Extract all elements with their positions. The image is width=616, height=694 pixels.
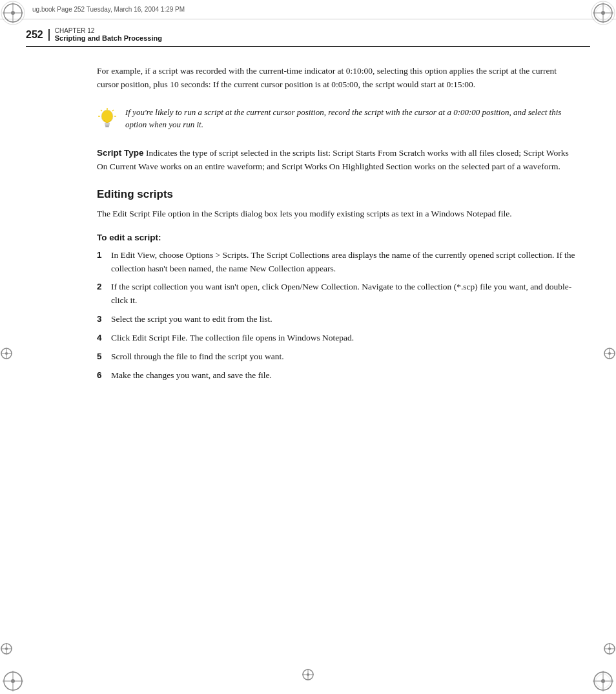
page-number-block: 252 CHAPTER 12 Scripting and Batch Proce… — [26, 27, 162, 42]
tip-text: If you're likely to run a script at the … — [125, 106, 577, 131]
chapter-title: Scripting and Batch Processing — [55, 34, 162, 42]
content-area: For example, if a script was recorded wi… — [97, 65, 577, 642]
corner-decoration-tr — [590, 0, 616, 26]
svg-rect-35 — [105, 123, 110, 125]
page-number: 252 — [26, 29, 50, 41]
chapter-label: CHAPTER 12 — [55, 27, 162, 34]
svg-point-46 — [307, 673, 309, 676]
side-marker-left-top — [0, 347, 13, 360]
svg-point-3 — [11, 11, 15, 15]
definition-term: Script Type — [97, 148, 144, 158]
section-intro: The Edit Script File option in the Scrip… — [97, 207, 577, 221]
step-item: 4Click Edit Script File. The collection … — [97, 331, 577, 345]
svg-point-8 — [601, 11, 605, 15]
step-item: 3Select the script you want to edit from… — [97, 313, 577, 326]
step-number: 1 — [97, 249, 106, 276]
intro-paragraph: For example, if a script was recorded wi… — [97, 65, 577, 92]
chapter-info: CHAPTER 12 Scripting and Batch Processin… — [55, 27, 162, 42]
section-heading: Editing scripts — [97, 188, 577, 201]
step-text: If the script collection you want isn't … — [111, 280, 577, 308]
definition-text: Indicates the type of script selected in… — [97, 148, 569, 171]
step-text: In Edit View, choose Options > Scripts. … — [111, 249, 577, 276]
step-item: 2If the script collection you want isn't… — [97, 280, 577, 308]
step-text: Make the changes you want, and save the … — [111, 369, 577, 383]
side-marker-right-bottom — [603, 642, 616, 655]
tip-box: If you're likely to run a script at the … — [97, 103, 577, 134]
step-item: 1In Edit View, choose Options > Scripts.… — [97, 249, 577, 276]
steps-list: 1In Edit View, choose Options > Scripts.… — [97, 249, 577, 383]
step-number: 2 — [97, 280, 106, 308]
svg-line-40 — [112, 110, 114, 111]
svg-point-25 — [608, 352, 611, 355]
step-number: 4 — [97, 331, 106, 345]
top-bar-filename: ug.book Page 252 Tuesday, March 16, 2004… — [32, 6, 584, 13]
step-text: Scroll through the file to find the scri… — [111, 350, 577, 364]
svg-point-17 — [601, 679, 605, 683]
bottom-bar — [26, 668, 590, 681]
definition-block: Script Type Indicates the type of script… — [97, 147, 577, 174]
svg-point-33 — [608, 647, 611, 650]
corner-decoration-tl — [0, 0, 26, 26]
svg-rect-36 — [105, 125, 110, 126]
step-number: 3 — [97, 313, 106, 326]
top-bar: ug.book Page 252 Tuesday, March 16, 2004… — [0, 0, 616, 19]
svg-line-39 — [101, 110, 102, 111]
page: ug.book Page 252 Tuesday, March 16, 2004… — [0, 0, 616, 694]
step-item: 6Make the changes you want, and save the… — [97, 369, 577, 383]
procedure-heading: To edit a script: — [97, 233, 577, 242]
corner-decoration-br — [590, 668, 616, 694]
svg-point-34 — [101, 110, 113, 123]
svg-point-29 — [5, 647, 8, 650]
corner-decoration-bl — [0, 668, 26, 694]
page-header: 252 CHAPTER 12 Scripting and Batch Proce… — [26, 27, 590, 47]
step-text: Select the script you want to edit from … — [111, 313, 577, 326]
step-number: 5 — [97, 350, 106, 364]
svg-point-21 — [5, 352, 8, 355]
side-marker-left-bottom — [0, 642, 13, 655]
step-item: 5Scroll through the file to find the scr… — [97, 350, 577, 364]
step-number: 6 — [97, 369, 106, 383]
side-marker-right-top — [603, 347, 616, 360]
step-text: Click Edit Script File. The collection f… — [111, 331, 577, 345]
svg-point-13 — [11, 679, 15, 683]
tip-icon — [97, 107, 118, 131]
svg-rect-37 — [105, 126, 109, 127]
